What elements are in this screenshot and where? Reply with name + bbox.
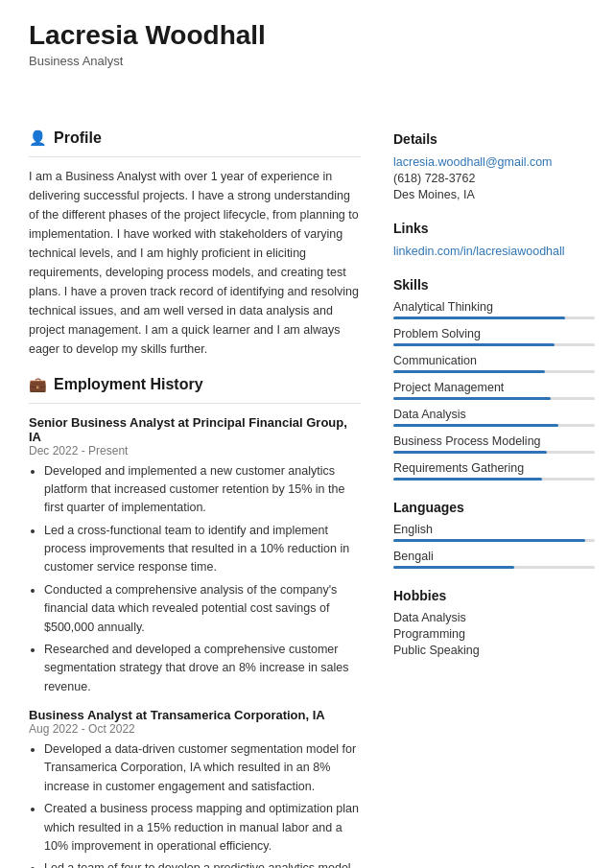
skill-bar-fill-4 (393, 424, 558, 427)
languages-title: Languages (393, 500, 595, 515)
lang-bar-fill-0 (393, 539, 585, 542)
lang-bar-fill-1 (393, 566, 514, 569)
skill-label-6: Requirements Gathering (393, 461, 595, 475)
skills-section: Skills Analytical ThinkingProblem Solvin… (393, 277, 595, 481)
skill-bar-bg-3 (393, 397, 595, 400)
skill-bar-fill-2 (393, 370, 545, 373)
skill-label-5: Business Process Modeling (393, 434, 595, 448)
lang-label-1: Bengali (393, 550, 595, 563)
location: Des Moines, IA (393, 188, 595, 201)
job-title-0: Senior Business Analyst at Principal Fin… (29, 415, 361, 444)
links-title: Links (393, 221, 595, 236)
job-date-1: Aug 2022 - Oct 2022 (29, 722, 361, 736)
phone: (618) 728-3762 (393, 172, 595, 185)
profile-text: I am a Business Analyst with over 1 year… (29, 167, 361, 359)
skill-label-3: Project Management (393, 381, 595, 394)
skill-bar-fill-6 (393, 478, 542, 481)
lang-label-0: English (393, 523, 595, 536)
skill-bar-fill-1 (393, 343, 555, 346)
employment-icon: 💼 (29, 376, 47, 393)
right-column: Details lacresia.woodhall@gmail.com (618… (384, 112, 614, 868)
languages-section: Languages EnglishBengali (393, 500, 595, 569)
skill-bar-fill-0 (393, 317, 565, 319)
hobbies-section: Hobbies Data AnalysisProgrammingPublic S… (393, 588, 595, 657)
job-bullets-0: Developed and implemented a new customer… (29, 462, 361, 697)
hobby-item-0: Data Analysis (393, 611, 595, 624)
hobbies-title: Hobbies (393, 588, 595, 603)
job-item-1: Business Analyst at Transamerica Corpora… (29, 708, 361, 868)
profile-divider (29, 156, 361, 157)
hobbies-list: Data AnalysisProgrammingPublic Speaking (393, 611, 595, 657)
candidate-name: Lacresia Woodhall (29, 19, 585, 52)
skill-bar-bg-6 (393, 478, 595, 481)
details-section: Details lacresia.woodhall@gmail.com (618… (393, 131, 595, 201)
job-bullet-1-1: Created a business process mapping and o… (44, 800, 361, 856)
profile-icon: 👤 (29, 129, 47, 147)
skill-bar-bg-0 (393, 317, 595, 319)
skill-item-6: Requirements Gathering (393, 461, 595, 481)
candidate-title: Business Analyst (29, 54, 585, 68)
skill-item-0: Analytical Thinking (393, 300, 595, 319)
skill-item-4: Data Analysis (393, 408, 595, 427)
lang-bar-bg-0 (393, 539, 595, 542)
lang-item-0: English (393, 523, 595, 542)
skills-list: Analytical ThinkingProblem SolvingCommun… (393, 300, 595, 481)
profile-section: 👤 Profile I am a Business Analyst with o… (29, 129, 361, 359)
employment-divider (29, 403, 361, 404)
skill-bar-bg-5 (393, 451, 595, 454)
skill-item-3: Project Management (393, 381, 595, 400)
lang-bar-bg-1 (393, 566, 595, 569)
skill-bar-fill-5 (393, 451, 547, 454)
skill-bar-bg-1 (393, 343, 595, 346)
resume-body: 👤 Profile I am a Business Analyst with o… (0, 83, 614, 868)
skill-bar-bg-4 (393, 424, 595, 427)
job-bullet-0-2: Conducted a comprehensive analysis of th… (44, 581, 361, 637)
employment-section: 💼 Employment History Senior Business Ana… (29, 376, 361, 868)
job-bullet-0-0: Developed and implemented a new customer… (44, 462, 361, 518)
skill-bar-fill-3 (393, 397, 551, 400)
jobs-list: Senior Business Analyst at Principal Fin… (29, 415, 361, 868)
email-link[interactable]: lacresia.woodhall@gmail.com (393, 155, 553, 169)
skill-item-2: Communication (393, 354, 595, 373)
skills-title: Skills (393, 277, 595, 293)
profile-section-title: 👤 Profile (29, 129, 361, 147)
details-title: Details (393, 131, 595, 147)
links-section: Links linkedin.com/in/lacresiawoodhall (393, 221, 595, 258)
linkedin-link[interactable]: linkedin.com/in/lacresiawoodhall (393, 245, 565, 258)
skill-label-4: Data Analysis (393, 408, 595, 421)
skill-item-1: Problem Solving (393, 327, 595, 346)
employment-section-title: 💼 Employment History (29, 376, 361, 393)
job-bullets-1: Developed a data-driven customer segment… (29, 740, 361, 868)
job-date-0: Dec 2022 - Present (29, 444, 361, 457)
left-column: 👤 Profile I am a Business Analyst with o… (0, 112, 384, 868)
lang-item-1: Bengali (393, 550, 595, 569)
skill-label-0: Analytical Thinking (393, 300, 595, 314)
resume-header: Lacresia Woodhall Business Analyst (0, 0, 614, 83)
hobby-item-2: Public Speaking (393, 644, 595, 657)
job-bullet-0-3: Researched and developed a comprehensive… (44, 641, 361, 696)
job-item-0: Senior Business Analyst at Principal Fin… (29, 415, 361, 697)
languages-list: EnglishBengali (393, 523, 595, 569)
job-bullet-1-0: Developed a data-driven customer segment… (44, 740, 361, 796)
skill-item-5: Business Process Modeling (393, 434, 595, 454)
hobby-item-1: Programming (393, 627, 595, 641)
job-bullet-1-2: Led a team of four to develop a predicti… (44, 859, 361, 868)
skill-label-1: Problem Solving (393, 327, 595, 340)
job-bullet-0-1: Led a cross-functional team to identify … (44, 522, 361, 577)
job-title-1: Business Analyst at Transamerica Corpora… (29, 708, 361, 722)
skill-label-2: Communication (393, 354, 595, 367)
skill-bar-bg-2 (393, 370, 595, 373)
